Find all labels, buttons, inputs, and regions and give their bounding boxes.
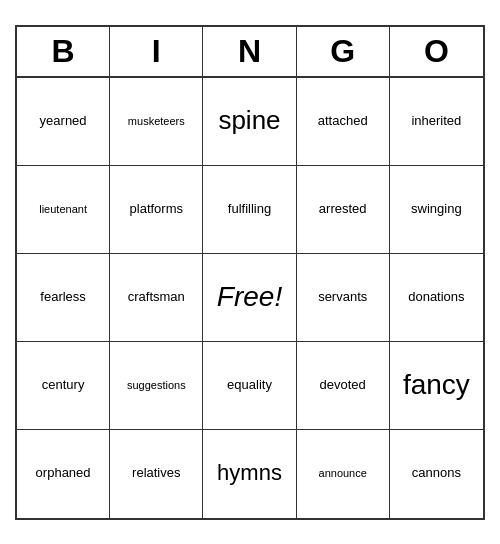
header-letter-o: O <box>390 27 483 76</box>
bingo-cell: century <box>17 342 110 430</box>
cell-text: spine <box>218 104 280 138</box>
bingo-cell: yearned <box>17 78 110 166</box>
cell-text: suggestions <box>127 378 186 392</box>
cell-text: fearless <box>40 289 86 306</box>
bingo-cell: fulfilling <box>203 166 296 254</box>
bingo-cell: devoted <box>297 342 390 430</box>
cell-text: century <box>42 377 85 394</box>
bingo-cell: fancy <box>390 342 483 430</box>
cell-text: yearned <box>40 113 87 130</box>
bingo-cell: hymns <box>203 430 296 518</box>
cell-text: inherited <box>411 113 461 130</box>
bingo-cell: orphaned <box>17 430 110 518</box>
bingo-card: BINGO yearnedmusketeersspineattachedinhe… <box>15 25 485 520</box>
bingo-cell: announce <box>297 430 390 518</box>
cell-text: platforms <box>130 201 183 218</box>
bingo-cell: suggestions <box>110 342 203 430</box>
cell-text: fancy <box>403 367 470 403</box>
bingo-cell: equality <box>203 342 296 430</box>
bingo-cell: arrested <box>297 166 390 254</box>
cell-text: attached <box>318 113 368 130</box>
bingo-cell: donations <box>390 254 483 342</box>
header-letter-i: I <box>110 27 203 76</box>
cell-text: announce <box>319 466 367 480</box>
cell-text: Free! <box>217 279 282 315</box>
bingo-cell: relatives <box>110 430 203 518</box>
cell-text: servants <box>318 289 367 306</box>
bingo-cell: fearless <box>17 254 110 342</box>
bingo-cell: musketeers <box>110 78 203 166</box>
bingo-cell: platforms <box>110 166 203 254</box>
cell-text: donations <box>408 289 464 306</box>
cell-text: cannons <box>412 465 461 482</box>
cell-text: equality <box>227 377 272 394</box>
bingo-cell: cannons <box>390 430 483 518</box>
bingo-cell: swinging <box>390 166 483 254</box>
cell-text: orphaned <box>36 465 91 482</box>
cell-text: relatives <box>132 465 180 482</box>
cell-text: lieutenant <box>39 202 87 216</box>
bingo-cell: craftsman <box>110 254 203 342</box>
cell-text: craftsman <box>128 289 185 306</box>
cell-text: fulfilling <box>228 201 271 218</box>
header-letter-n: N <box>203 27 296 76</box>
cell-text: hymns <box>217 459 282 488</box>
bingo-grid: yearnedmusketeersspineattachedinheritedl… <box>17 78 483 518</box>
cell-text: swinging <box>411 201 462 218</box>
bingo-header: BINGO <box>17 27 483 78</box>
bingo-cell: Free! <box>203 254 296 342</box>
cell-text: devoted <box>320 377 366 394</box>
header-letter-b: B <box>17 27 110 76</box>
cell-text: arrested <box>319 201 367 218</box>
header-letter-g: G <box>297 27 390 76</box>
bingo-cell: lieutenant <box>17 166 110 254</box>
bingo-cell: spine <box>203 78 296 166</box>
bingo-cell: servants <box>297 254 390 342</box>
bingo-cell: inherited <box>390 78 483 166</box>
bingo-cell: attached <box>297 78 390 166</box>
cell-text: musketeers <box>128 114 185 128</box>
